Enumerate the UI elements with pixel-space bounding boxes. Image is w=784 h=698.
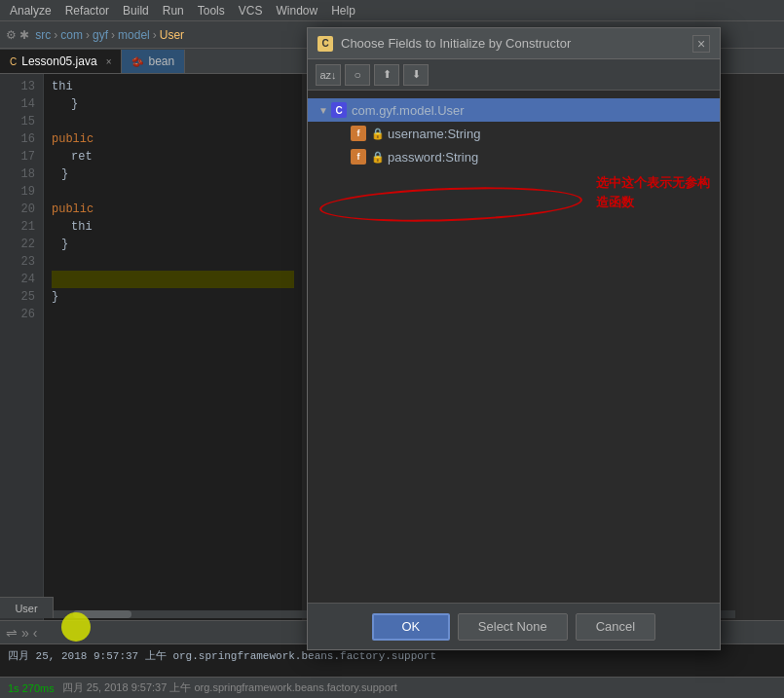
tree-root-label: com.gyf.model.User [352, 103, 465, 118]
annotation-text: 选中这个表示无参构造函数 [596, 173, 710, 211]
bottom-toolbar-icon3[interactable]: ‹ [33, 625, 38, 641]
menu-help[interactable]: Help [325, 2, 361, 19]
menu-tools[interactable]: Tools [192, 2, 231, 19]
lock-icon-username: 🔒 [371, 128, 385, 140]
dialog-app-icon: C [317, 36, 333, 52]
dialog-footer: OK Select None Cancel [308, 603, 720, 649]
lock-icon-password: 🔒 [371, 151, 385, 164]
menu-refactor[interactable]: Refactor [59, 2, 115, 19]
align-top-icon: ⬆ [383, 68, 392, 81]
sort-alpha-button[interactable]: az↓ [316, 64, 341, 86]
menu-window[interactable]: Window [270, 2, 323, 19]
field-icon-username: f [351, 126, 366, 141]
bean-file-icon: 🫘 [131, 56, 143, 67]
status-bar: 1s 270ms 四月 25, 2018 9:57:37 上午 org.spri… [0, 677, 784, 698]
tree-username-label: username:String [388, 127, 480, 141]
dialog-titlebar: C Choose Fields to Initialize by Constru… [308, 28, 720, 59]
bottom-toolbar-icon1[interactable]: ⇌ [6, 625, 18, 641]
bottom-status-text: 四月 25, 2018 9:57:37 上午 org.springframewo… [8, 650, 436, 662]
tree-password-label: password:String [388, 150, 478, 165]
field-icon-password: f [351, 149, 366, 165]
breadcrumb-com[interactable]: com [60, 28, 83, 42]
breadcrumb-gyf[interactable]: gyf [93, 28, 108, 42]
menu-bar: Analyze Refactor Build Run Tools VCS Win… [0, 0, 784, 21]
dialog-close-button[interactable]: × [692, 35, 710, 53]
class-icon: C [331, 102, 347, 118]
timing-label: 1s 270ms [8, 682, 55, 694]
dialog-title: Choose Fields to Initialize by Construct… [341, 36, 692, 51]
scroll-thumb[interactable] [73, 610, 131, 618]
menu-run[interactable]: Run [157, 2, 190, 19]
oval-annotation [318, 183, 582, 225]
align-center-button[interactable]: ⬇ [403, 64, 429, 86]
tab-close-lesson05[interactable]: × [106, 56, 112, 67]
select-none-button[interactable]: Select None [458, 613, 568, 641]
tree-username-item[interactable]: f 🔒 username:String [308, 122, 720, 145]
tab-lesson05[interactable]: C Lesson05.java × [0, 50, 122, 73]
ide-background: Analyze Refactor Build Run Tools VCS Win… [0, 0, 784, 698]
ok-button[interactable]: OK [372, 613, 450, 641]
menu-analyze[interactable]: Analyze [4, 2, 57, 19]
bottom-toolbar-icon2[interactable]: » [21, 625, 29, 641]
align-top-button[interactable]: ⬆ [374, 64, 399, 86]
menu-build[interactable]: Build [117, 2, 155, 19]
line-numbers: 13 14 15 16 17 18 19 20 21 22 23 24 25 2… [0, 74, 44, 620]
class-tree: ▼ C com.gyf.model.User f 🔒 username:Stri… [308, 91, 720, 176]
tab-bean-label: bean [148, 55, 174, 68]
breadcrumb-model[interactable]: model [118, 28, 150, 42]
java-file-icon: C [10, 56, 17, 67]
status-detail: 四月 25, 2018 9:57:37 上午 org.springframewo… [62, 680, 397, 695]
tab-lesson05-label: Lesson05.java [21, 55, 96, 68]
panel-label-user: User [0, 597, 54, 618]
choose-fields-dialog: C Choose Fields to Initialize by Constru… [307, 27, 721, 650]
align-center-icon: ⬇ [412, 68, 421, 81]
tree-spacer1 [316, 126, 331, 141]
code-editor[interactable]: 13 14 15 16 17 18 19 20 21 22 23 24 25 2… [0, 74, 302, 620]
tab-bean[interactable]: 🫘 bean [122, 50, 185, 73]
tree-password-item[interactable]: f 🔒 password:String [308, 145, 720, 168]
circle-icon: ○ [354, 68, 360, 82]
code-content: thi } public ret } public thi } } [44, 74, 302, 620]
sort-alpha-icon: az↓ [319, 69, 336, 81]
tree-spacer2 [316, 149, 331, 165]
menu-vcs[interactable]: VCS [233, 2, 269, 19]
tree-expand-icon[interactable]: ▼ [316, 102, 331, 118]
tree-root-item[interactable]: ▼ C com.gyf.model.User [308, 98, 720, 122]
breadcrumb-user[interactable]: User [160, 28, 184, 42]
breadcrumb-src[interactable]: src [35, 28, 51, 42]
cancel-button[interactable]: Cancel [576, 613, 655, 641]
dialog-content: ▼ C com.gyf.model.User f 🔒 username:Stri… [308, 91, 720, 603]
circle-button[interactable]: ○ [345, 64, 370, 86]
dialog-toolbar: az↓ ○ ⬆ ⬇ [308, 59, 720, 91]
